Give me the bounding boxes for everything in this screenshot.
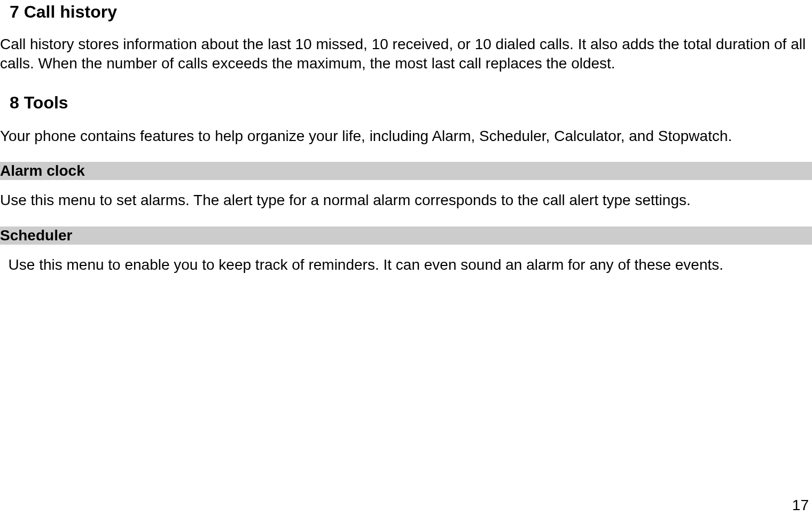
section-heading-tools: 8 Tools: [10, 93, 812, 113]
body-text-tools-intro: Your phone contains features to help org…: [0, 127, 812, 146]
page-number: 17: [792, 497, 809, 514]
section-heading-call-history: 7 Call history: [10, 2, 812, 22]
body-text-scheduler: Use this menu to enable you to keep trac…: [0, 255, 812, 275]
document-page: 7 Call history Call history stores infor…: [0, 2, 812, 516]
body-text-call-history: Call history stores information about th…: [0, 35, 812, 74]
body-text-alarm-clock: Use this menu to set alarms. The alert t…: [0, 191, 812, 210]
sub-heading-scheduler: Scheduler: [0, 226, 812, 245]
sub-heading-alarm-clock: Alarm clock: [0, 162, 812, 180]
